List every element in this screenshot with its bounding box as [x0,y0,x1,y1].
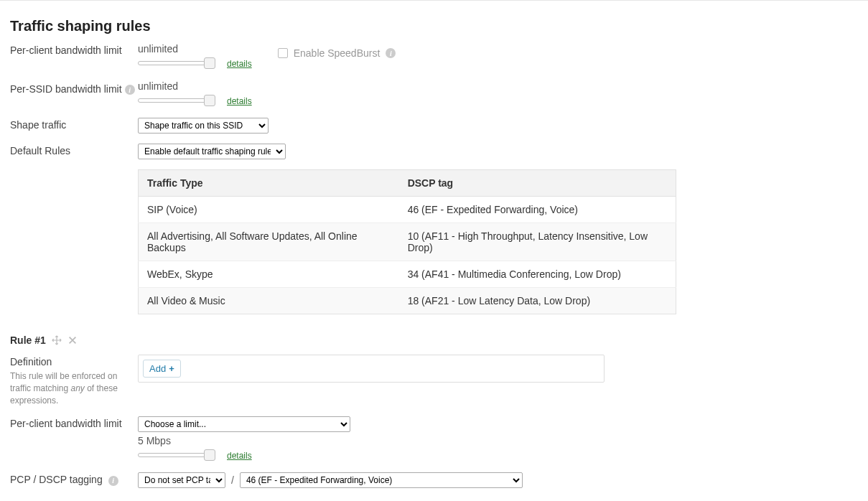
slash: / [231,474,234,486]
per-client-label: Per-client bandwidth limit [10,43,138,56]
rule-per-client-label: Per-client bandwidth limit [10,416,138,429]
table-row: All Video & Music 18 (AF21 - Low Latency… [139,288,676,314]
pcp-dscp-label: PCP / DSCP tagging [10,474,103,485]
pcp-select[interactable]: Do not set PCP tag [138,472,225,488]
rule-details-link[interactable]: details [227,451,252,461]
per-client-value: unlimited [138,43,215,55]
info-icon[interactable]: i [386,48,396,58]
rule-slider-value: 5 Mbps [138,435,215,446]
move-icon[interactable] [52,335,62,345]
info-icon[interactable]: i [125,85,135,95]
plus-icon: + [169,363,174,374]
choose-limit-select[interactable]: Choose a limit... [138,416,350,432]
page-title: Traffic shaping rules [10,18,858,34]
info-icon[interactable]: i [108,476,118,486]
shape-traffic-label: Shape traffic [10,118,138,131]
rule-slider[interactable] [138,448,215,462]
table-row: All Advertising, All Software Updates, A… [139,223,676,261]
add-definition-button[interactable]: Add + [143,360,181,378]
default-rules-table: Traffic Type DSCP tag SIP (Voice) 46 (EF… [138,169,676,314]
default-rules-label: Default Rules [10,144,138,156]
definition-box: Add + [138,355,605,383]
shape-traffic-select[interactable]: Shape traffic on this SSID [138,118,269,134]
speedburst-label: Enable SpeedBurst [294,47,381,59]
close-icon[interactable] [67,335,78,345]
table-row: SIP (Voice) 46 (EF - Expedited Forwardin… [139,197,676,223]
dscp-select[interactable]: 46 (EF - Expedited Forwarding, Voice) [240,472,523,488]
per-client-slider[interactable] [138,56,215,70]
table-row: WebEx, Skype 34 (AF41 - Multimedia Confe… [139,261,676,288]
per-client-details-link[interactable]: details [227,59,252,69]
definition-help: This rule will be enforced on traffic ma… [10,370,138,406]
definition-label: Definition [10,356,138,367]
per-ssid-label: Per-SSID bandwidth limit [10,83,122,95]
per-ssid-value: unlimited [138,80,215,92]
default-rules-select[interactable]: Enable default traffic shaping rules [138,144,286,159]
th-dscp-tag: DSCP tag [399,170,676,197]
per-ssid-slider[interactable] [138,93,215,108]
per-ssid-details-link[interactable]: details [227,96,252,106]
rule-title: Rule #1 [10,334,46,346]
speedburst-checkbox[interactable] [278,48,288,58]
th-traffic-type: Traffic Type [139,170,399,197]
